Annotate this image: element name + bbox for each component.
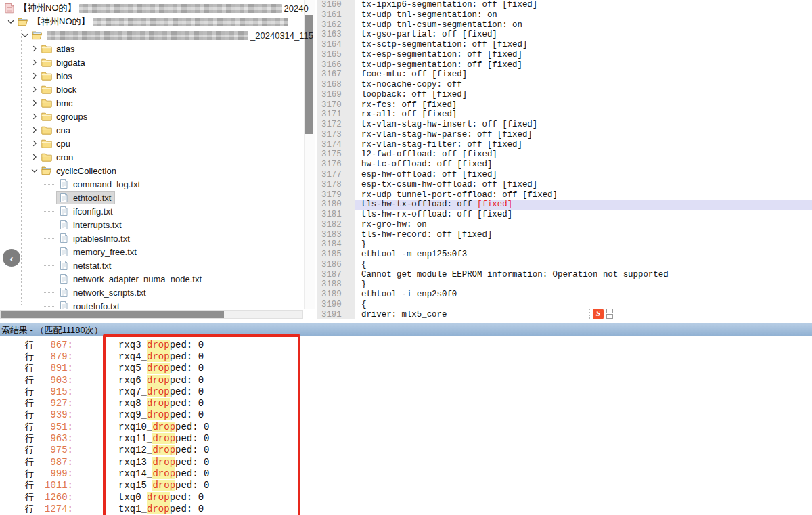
editor-panel[interactable]: 3160 tx-ipxip6-segmentation: off [fixed]… (317, 0, 812, 319)
chevron-right-icon[interactable] (30, 85, 39, 94)
editor-line[interactable]: 3174 rx-vlan-stag-filter: off [fixed] (317, 140, 812, 150)
tree-file-row[interactable]: network_scripts.txt (0, 286, 315, 299)
tree-node-row[interactable]: 【神州NO的】 (0, 15, 315, 28)
editor-line[interactable]: 3176 hw-tc-offload: off [fixed] (317, 160, 812, 170)
editor-line[interactable]: 3191 driver: mlx5_core (317, 310, 812, 319)
tree-folder-row[interactable]: cron (0, 150, 315, 164)
editor-line[interactable]: 3171 rx-all: off [fixed] (317, 110, 812, 120)
tree-file-row[interactable]: routeInfo.txt (0, 299, 315, 309)
tree-node-row[interactable]: _20240314_115 (0, 28, 315, 42)
search-result-row[interactable]: 行 1260: txq0_dropped: 0 (0, 491, 812, 503)
tree-folder-row[interactable]: cna (0, 123, 315, 137)
search-result-row[interactable]: 行 975: rxq12_dropped: 0 (0, 445, 812, 456)
tree-folder-row[interactable]: bigdata (0, 55, 315, 69)
tree-folder-row[interactable]: bios (0, 69, 315, 83)
editor-line[interactable]: 3183 tls-hw-record: off [fixed] (317, 230, 812, 240)
editor-line[interactable]: 3161 tx-udp_tnl-segmentation: on (317, 10, 812, 20)
search-result-row[interactable]: 行 1011: rxq15_dropped: 0 (0, 480, 812, 491)
tree-folder-row-expanded[interactable]: cyclicCollection (0, 164, 315, 177)
editor-line[interactable]: 3186 { (317, 260, 812, 270)
keyboard-mode-icon[interactable] (606, 309, 613, 319)
sogou-input-icon[interactable]: S (593, 309, 604, 319)
search-result-row[interactable]: 行 951: rxq10_dropped: 0 (0, 421, 812, 432)
line-text: hw-tc-offload: off [fixed] (355, 160, 812, 170)
chevron-right-icon[interactable] (30, 139, 39, 148)
search-result-row[interactable]: 行 927: rxq8_dropped: 0 (0, 397, 812, 409)
search-result-row[interactable]: 行 903: rxq6_dropped: 0 (0, 374, 812, 386)
editor-line[interactable]: 3184 } (317, 240, 812, 250)
chevron-right-icon[interactable] (30, 112, 39, 121)
tree-file-row[interactable]: ifconfig.txt (0, 204, 315, 218)
match-highlight: drop (152, 445, 175, 455)
editor-line[interactable]: 3162 tx-udp_tnl-csum-segmentation: on (317, 20, 812, 30)
editor-line[interactable]: 3165 tx-esp-segmentation: off [fixed] (317, 50, 812, 60)
chevron-down-icon[interactable] (6, 17, 16, 26)
line-text-main: loopback: off [fixed] (361, 90, 467, 99)
panel-divider (0, 319, 812, 319)
tree-file-row[interactable]: interrupts.txt (0, 218, 315, 231)
search-result-row[interactable]: 行 879: rxq4_dropped: 0 (0, 351, 812, 362)
tree-file-row[interactable]: ethtool.txt (0, 191, 315, 204)
search-result-row[interactable]: 行 987: rxq13_dropped: 0 (0, 456, 812, 468)
tree-root-row[interactable]: 【神州NO的】 20240 (0, 1, 315, 15)
search-result-row[interactable]: 行 963: rxq11_dropped: 0 (0, 432, 812, 444)
editor-line[interactable]: 3168 tx-nocache-copy: off (317, 80, 812, 90)
editor-line[interactable]: 3188 } (317, 279, 812, 290)
editor-line[interactable]: 3178 esp-tx-csum-hw-offload: off [fixed] (317, 180, 812, 190)
editor-line[interactable]: 3185 ethtool -m enp125s0f3 (317, 250, 812, 260)
editor-line[interactable]: 3187 Cannot get module EEPROM informatio… (317, 270, 812, 280)
row-label: 行 (25, 374, 35, 386)
tree-file-row[interactable]: iptablesInfo.txt (0, 231, 315, 245)
tree-root-label: 【神州NO的】 (19, 2, 76, 14)
chevron-down-icon[interactable] (20, 30, 30, 40)
tree-folder-row[interactable]: block (0, 83, 315, 96)
chevron-right-icon[interactable] (30, 125, 39, 135)
chevron-right-icon[interactable] (30, 71, 39, 81)
editor-line[interactable]: 3169 loopback: off [fixed] (317, 90, 812, 100)
editor-line[interactable]: 3163 tx-gso-partial: off [fixed] (317, 30, 812, 40)
editor-line[interactable]: 3167 fcoe-mtu: off [fixed] (317, 70, 812, 80)
collapse-panel-button[interactable]: ‹ (3, 249, 20, 267)
editor-line[interactable]: 3181 tls-hw-rx-offload: off [fixed] (317, 210, 812, 220)
editor-line[interactable]: 3173 rx-vlan-stag-hw-parse: off [fixed] (317, 130, 812, 140)
editor-line[interactable]: 3160 tx-ipxip6-segmentation: off [fixed] (317, 0, 812, 10)
line-text: tx-udp-segmentation: off [fixed] (355, 60, 812, 70)
tree-file-row[interactable]: netstat.txt (0, 259, 315, 272)
tree-file-row[interactable]: network_adapter_numa_node.txt (0, 272, 315, 286)
tree-folder-row[interactable]: cgroups (0, 110, 315, 123)
line-text: tx-udp_tnl-segmentation: on (355, 10, 812, 20)
search-result-row[interactable]: 行 891: rxq5_dropped: 0 (0, 363, 812, 374)
chevron-right-icon[interactable] (30, 58, 39, 67)
editor-line[interactable]: 3175 l2-fwd-offload: off [fixed] (317, 150, 812, 160)
editor-line[interactable]: 3189 ethtool -i enp2s0f0 (317, 290, 812, 300)
editor-line[interactable]: 3182 rx-gro-hw: on (317, 220, 812, 230)
input-method-toolbar[interactable]: S (586, 307, 616, 320)
search-result-row[interactable]: 行 915: rxq7_dropped: 0 (0, 386, 812, 397)
editor-line[interactable]: 3179 rx-udp_tunnel-port-offload: off [fi… (317, 190, 812, 200)
chevron-right-icon[interactable] (30, 44, 39, 53)
search-result-row[interactable]: 行 867: rxq3_dropped: 0 (0, 339, 812, 351)
line-text: rx-all: off [fixed] (355, 110, 812, 120)
editor-line[interactable]: 3172 tx-vlan-stag-hw-insert: off [fixed] (317, 120, 812, 130)
search-result-row[interactable]: 行 1274: txq1_dropped: 0 (0, 503, 812, 514)
editor-line[interactable]: 3177 esp-hw-offload: off [fixed] (317, 170, 812, 180)
file-tree-panel[interactable]: 【神州NO的】 20240 【神州NO的】 _20240314_115 atla… (0, 0, 315, 309)
editor-line[interactable]: 3180 tls-hw-tx-offload: off [fixed] (317, 200, 812, 210)
tree-folder-row[interactable]: atlas (0, 42, 315, 55)
editor-line[interactable]: 3190 { (317, 300, 812, 310)
line-number: 3163 (317, 30, 355, 40)
chevron-right-icon[interactable] (30, 98, 39, 108)
drag-handle-icon[interactable] (589, 309, 590, 319)
search-result-row[interactable]: 行 939: rxq9_dropped: 0 (0, 409, 812, 421)
editor-line[interactable]: 3170 rx-fcs: off [fixed] (317, 100, 812, 110)
tree-file-row[interactable]: memory_free.txt (0, 245, 315, 259)
chevron-right-icon[interactable] (30, 152, 39, 162)
search-result-row[interactable]: 行 999: rxq14_dropped: 0 (0, 468, 812, 479)
tree-horizontal-scrollbar-thumb[interactable] (1, 311, 224, 318)
tree-folder-row[interactable]: cpu (0, 137, 315, 150)
editor-line[interactable]: 3164 tx-sctp-segmentation: off [fixed] (317, 40, 812, 50)
tree-folder-row[interactable]: bmc (0, 96, 315, 110)
chevron-down-icon[interactable] (30, 166, 39, 175)
tree-file-row[interactable]: command_log.txt (0, 177, 315, 191)
editor-line[interactable]: 3166 tx-udp-segmentation: off [fixed] (317, 60, 812, 70)
